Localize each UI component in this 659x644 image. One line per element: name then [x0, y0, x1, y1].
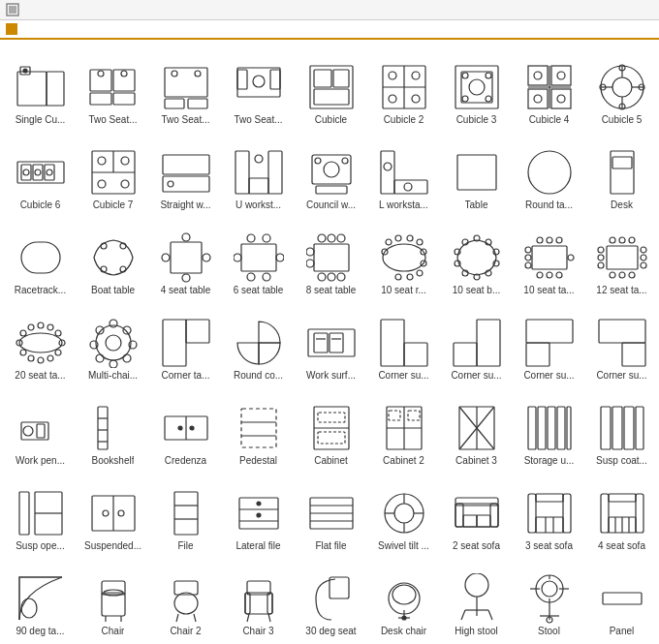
icon-cell-council-w[interactable]: Council w...	[295, 129, 367, 214]
icon-cell-work-pen[interactable]: Work pen...	[4, 384, 77, 470]
svg-rect-229	[528, 407, 536, 449]
icon-cell-10-seat-ta[interactable]: 10 seat ta...	[513, 214, 585, 299]
svg-point-88	[404, 183, 412, 191]
svg-point-184	[96, 354, 104, 362]
icon-cell-swivel-tilt[interactable]: Swivel tilt ...	[367, 470, 440, 555]
icon-cell-chair2[interactable]: Chair 2	[149, 555, 222, 640]
icon-label-8-seat-table: 8 seat table	[306, 285, 357, 296]
icon-cell-chair3[interactable]: Chair 3	[222, 555, 295, 640]
icon-cell-corner-su4[interactable]: Corner su...	[585, 299, 658, 384]
icon-cell-cubicle2[interactable]: Cubicle 2	[367, 44, 440, 129]
svg-point-212	[190, 426, 194, 430]
icon-cell-chair[interactable]: Chair	[77, 555, 149, 640]
icon-cell-storage-u[interactable]: Storage u...	[513, 384, 585, 470]
icon-cell-cubicle[interactable]: Cubicle	[295, 44, 367, 129]
icon-label-two-seat-2: Two Seat...	[161, 114, 209, 126]
icon-cell-10-seat-b[interactable]: 10 seat b...	[440, 214, 513, 299]
icon-label-round-ta: Round ta...	[525, 199, 573, 211]
svg-point-102	[203, 254, 210, 261]
icon-cell-cubicle7[interactable]: Cubicle 7	[77, 129, 149, 214]
icon-cell-round-co[interactable]: Round co...	[222, 299, 295, 384]
icon-cell-suspended[interactable]: Suspended...	[77, 470, 149, 555]
icon-cell-lateral-file[interactable]: Lateral file	[222, 470, 295, 555]
svg-rect-197	[454, 343, 477, 366]
icon-cell-cubicle5[interactable]: Cubicle 5	[585, 44, 658, 129]
icon-cell-20-seat-ta[interactable]: 20 seat ta...	[4, 299, 77, 384]
svg-rect-86	[394, 180, 427, 194]
icon-cell-3-seat-sofa[interactable]: 3 seat sofa	[513, 470, 585, 555]
svg-rect-219	[318, 432, 345, 444]
icon-label-panel: Panel	[610, 626, 635, 637]
icon-shape-work-surf	[306, 318, 357, 368]
icon-shape-flat-file	[306, 488, 357, 538]
icon-cell-corner-ta[interactable]: Corner ta...	[149, 299, 222, 384]
icon-cell-cubicle4[interactable]: Cubicle 4	[513, 44, 585, 129]
icon-cell-desk[interactable]: Desk	[585, 129, 658, 214]
svg-point-161	[641, 247, 646, 253]
icon-cell-table[interactable]: Table	[440, 129, 513, 214]
svg-point-115	[328, 273, 335, 281]
icon-cell-credenza[interactable]: Credenza	[149, 384, 222, 470]
icon-cell-two-seat-2[interactable]: Two Seat...	[149, 44, 222, 129]
icon-cell-high-stool[interactable]: High stool	[440, 555, 513, 640]
icon-cell-flat-file[interactable]: Flat file	[295, 470, 367, 555]
icon-cell-90-deg-ta[interactable]: 90 deg ta...	[4, 555, 77, 640]
svg-point-168	[47, 324, 53, 330]
icon-cell-desk-chair[interactable]: Desk chair	[367, 555, 440, 640]
icon-cell-straight-w[interactable]: Straight w...	[149, 129, 222, 214]
icon-cell-single-cu[interactable]: Single Cu...	[4, 44, 77, 129]
icon-cell-cabinet3[interactable]: Cabinet 3	[440, 384, 513, 470]
svg-point-172	[47, 355, 53, 361]
icon-cell-cabinet[interactable]: Cabinet	[295, 384, 367, 470]
icon-label-cabinet3: Cabinet 3	[455, 455, 497, 467]
icon-cell-multi-chai[interactable]: Multi-chai...	[77, 299, 149, 384]
svg-rect-237	[636, 407, 643, 449]
icon-cell-u-workst[interactable]: U workst...	[222, 129, 295, 214]
icon-cell-2-seat-sofa[interactable]: 2 seat sofa	[440, 470, 513, 555]
icon-cell-cubicle6[interactable]: Cubicle 6	[4, 129, 77, 214]
icon-cell-l-worksta[interactable]: L worksta...	[367, 129, 440, 214]
icon-cell-panel[interactable]: Panel	[585, 555, 658, 640]
icon-cell-boat-table[interactable]: Boat table	[77, 214, 149, 299]
svg-point-75	[168, 181, 173, 187]
icon-label-file: File	[177, 540, 193, 552]
icon-cell-corner-su3[interactable]: Corner su...	[513, 299, 585, 384]
icon-cell-cabinet2[interactable]: Cabinet 2	[367, 384, 440, 470]
icon-cell-susp-coat[interactable]: Susp coat...	[585, 384, 658, 470]
icon-label-straight-w: Straight w...	[160, 199, 210, 211]
svg-rect-42	[551, 66, 571, 85]
icon-cell-6-seat-table[interactable]: 6 seat table	[222, 214, 295, 299]
icon-cell-work-surf[interactable]: Work surf...	[295, 299, 367, 384]
svg-point-50	[612, 77, 632, 97]
svg-rect-234	[601, 407, 611, 449]
icon-cell-4-seat-sofa[interactable]: 4 seat sofa	[585, 470, 658, 555]
icon-cell-12-seat-ta[interactable]: 12 seat ta...	[585, 214, 658, 299]
icon-cell-8-seat-table[interactable]: 8 seat table	[295, 214, 367, 299]
icon-cell-cubicle3[interactable]: Cubicle 3	[440, 44, 513, 129]
icon-cell-file[interactable]: File	[149, 470, 222, 555]
icon-cell-pedestal[interactable]: Pedestal	[222, 384, 295, 470]
svg-point-175	[20, 350, 26, 355]
icon-cell-10-seat-r[interactable]: 10 seat r...	[367, 214, 440, 299]
svg-point-251	[257, 502, 261, 506]
icon-cell-4-seat-table[interactable]: 4 seat table	[149, 214, 222, 299]
icon-cell-susp-ope[interactable]: Susp ope...	[4, 470, 77, 555]
icon-cell-round-ta[interactable]: Round ta...	[513, 129, 585, 214]
svg-rect-317	[603, 593, 642, 604]
svg-rect-77	[249, 178, 268, 194]
icon-shape-pedestal	[234, 403, 284, 453]
icon-cell-two-seat-3[interactable]: Two Seat...	[222, 44, 295, 129]
svg-point-243	[103, 510, 109, 516]
svg-rect-7	[90, 93, 111, 105]
svg-rect-78	[268, 151, 282, 194]
icon-cell-racetrack[interactable]: Racetrack...	[4, 214, 77, 299]
icon-cell-corner-su2[interactable]: Corner su...	[440, 299, 513, 384]
svg-point-310	[542, 581, 557, 597]
icon-cell-two-seat-1[interactable]: Two Seat...	[77, 44, 149, 129]
icon-cell-bookshelf[interactable]: Bookshelf	[77, 384, 149, 470]
icon-cell-30-deg-seat[interactable]: 30 deg seat	[295, 555, 367, 640]
svg-rect-9	[113, 93, 135, 105]
icon-cell-stool[interactable]: Stool	[513, 555, 585, 640]
svg-rect-264	[455, 504, 463, 527]
icon-cell-corner-su1[interactable]: Corner su...	[367, 299, 440, 384]
